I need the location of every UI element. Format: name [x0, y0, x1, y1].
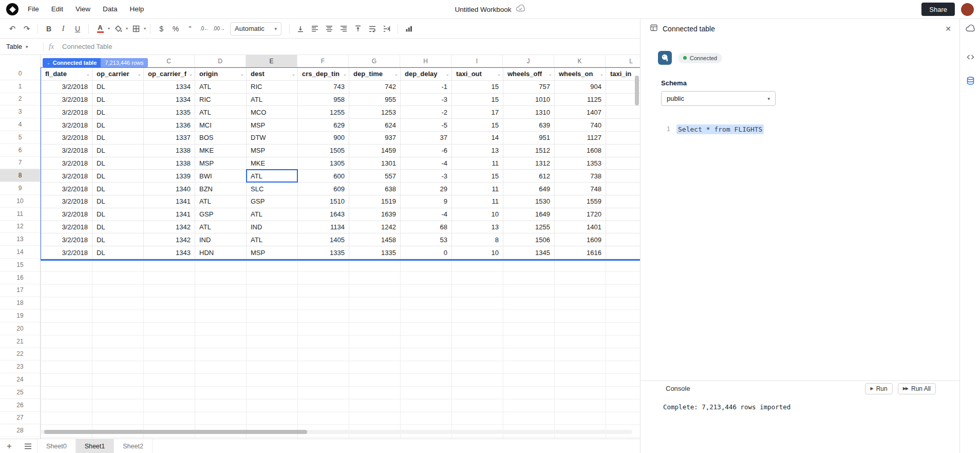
cell[interactable]: 10 — [452, 208, 503, 221]
cell[interactable]: MSP — [247, 119, 298, 132]
row-number-1[interactable]: 1 — [0, 80, 40, 93]
cell[interactable]: 1255 — [503, 221, 555, 234]
cell[interactable]: 900 — [298, 132, 349, 144]
borders-icon[interactable] — [129, 22, 143, 35]
cell[interactable]: 1342 — [144, 221, 195, 234]
cell[interactable]: 1345 — [503, 246, 555, 259]
cell[interactable]: 1336 — [144, 119, 195, 132]
column-dropdown-icon[interactable]: ⌄ — [599, 71, 604, 77]
cell[interactable]: -5 — [401, 119, 452, 132]
cell[interactable]: 1643 — [298, 208, 349, 221]
bold-button[interactable]: B — [42, 22, 55, 35]
cell[interactable]: RIC — [247, 81, 298, 94]
cell[interactable]: 3/2/2018 — [41, 170, 92, 183]
cell[interactable]: 15 — [452, 170, 503, 183]
decrease-decimals-button[interactable]: .0← — [198, 22, 211, 35]
cell[interactable]: 738 — [555, 170, 606, 183]
column-dropdown-icon[interactable]: ⌄ — [189, 71, 193, 77]
cell[interactable]: 638 — [349, 183, 401, 195]
cell[interactable]: 1335 — [144, 106, 195, 119]
cell[interactable]: 1616 — [555, 246, 606, 259]
cell[interactable]: 740 — [555, 119, 606, 132]
column-dropdown-icon[interactable]: ⌄ — [291, 71, 295, 77]
cell[interactable]: 649 — [503, 183, 555, 195]
cell[interactable]: 748 — [555, 183, 606, 195]
column-letter-E[interactable]: E — [246, 55, 297, 67]
cell[interactable]: 11 — [452, 195, 503, 208]
table-column-header-crs_dep_tin[interactable]: crs_dep_tin⌄ — [298, 68, 349, 81]
cell[interactable]: 557 — [349, 170, 401, 183]
row-number-23[interactable]: 23 — [0, 360, 40, 373]
cell[interactable]: 15 — [452, 81, 503, 94]
text-color-control[interactable]: A ▾ — [93, 22, 110, 35]
fill-color-icon[interactable] — [111, 22, 125, 35]
cell[interactable]: 1407 — [555, 106, 606, 119]
cell[interactable]: 1342 — [144, 233, 195, 246]
cell[interactable]: 1242 — [349, 221, 401, 234]
sheet-list-menu-icon[interactable] — [18, 439, 37, 453]
row-number-14[interactable]: 14 — [0, 246, 40, 259]
sheet-tab-Sheet2[interactable]: Sheet2 — [114, 439, 153, 453]
cell[interactable]: 68 — [401, 221, 452, 234]
increase-decimals-button[interactable]: .00→ — [212, 22, 225, 35]
cell[interactable]: 1512 — [503, 144, 555, 157]
cell[interactable]: MSP — [247, 144, 298, 157]
cell[interactable]: 1339 — [144, 170, 195, 183]
cell[interactable]: DL — [92, 170, 144, 183]
align-right-button[interactable] — [337, 22, 350, 35]
table-column-header-wheels_off[interactable]: wheels_off⌄ — [503, 68, 555, 81]
menu-data[interactable]: Data — [97, 0, 124, 19]
cell[interactable]: 10 — [452, 246, 503, 259]
cell[interactable]: 15 — [452, 119, 503, 132]
cell[interactable]: 15 — [452, 94, 503, 106]
chevron-down-icon[interactable]: ▾ — [144, 26, 146, 31]
cloud-icon[interactable] — [964, 22, 977, 35]
vertical-scrollbar[interactable] — [635, 68, 639, 428]
cell[interactable]: ATL — [247, 94, 298, 106]
column-dropdown-icon[interactable]: ⌄ — [394, 71, 398, 77]
cell[interactable]: 3/2/2018 — [41, 94, 92, 106]
cell[interactable]: RIC — [195, 94, 247, 106]
chevron-down-icon[interactable]: ▾ — [126, 26, 128, 31]
cell[interactable]: 1334 — [144, 94, 195, 106]
formula-input[interactable]: Connected Table — [62, 43, 112, 50]
cell[interactable]: 1338 — [144, 157, 195, 170]
cell[interactable]: 937 — [349, 132, 401, 144]
table-column-header-op_carrier[interactable]: op_carrier⌄ — [92, 68, 144, 81]
row-number-7[interactable]: 7 — [0, 157, 40, 170]
cell[interactable]: 1335 — [298, 246, 349, 259]
cell[interactable]: DL — [92, 157, 144, 170]
cell[interactable]: 11 — [452, 157, 503, 170]
table-badge-label[interactable]: ⌄ Connected table — [43, 58, 101, 67]
vertical-align-top-button[interactable] — [351, 22, 365, 35]
cell[interactable]: 1312 — [503, 157, 555, 170]
cell[interactable]: 1510 — [298, 195, 349, 208]
cell[interactable]: DL — [92, 144, 144, 157]
text-format-button[interactable]: ” — [183, 22, 197, 35]
row-number-5[interactable]: 5 — [0, 131, 40, 144]
column-dropdown-icon[interactable]: ⌄ — [497, 71, 501, 77]
cell[interactable]: 0 — [401, 246, 452, 259]
row-number-18[interactable]: 18 — [0, 297, 40, 310]
cell[interactable]: -1 — [401, 81, 452, 94]
cell[interactable]: 3/2/2018 — [41, 246, 92, 259]
table-column-header-dep_time[interactable]: dep_time⌄ — [349, 68, 401, 81]
cell[interactable]: 3/2/2018 — [41, 195, 92, 208]
cell[interactable]: IND — [195, 233, 247, 246]
user-avatar[interactable] — [961, 3, 974, 16]
table-column-header-dest[interactable]: dest⌄ — [247, 68, 298, 81]
cell[interactable]: ATL — [247, 233, 298, 246]
row-number-12[interactable]: 12 — [0, 221, 40, 233]
cell[interactable]: 1341 — [144, 208, 195, 221]
cell[interactable]: 13 — [452, 144, 503, 157]
row-number-11[interactable]: 11 — [0, 208, 40, 221]
horizontal-scrollbar[interactable] — [41, 430, 632, 434]
chevron-down-icon[interactable]: ▾ — [108, 26, 110, 31]
cell[interactable]: ATL — [195, 221, 247, 234]
row-number-16[interactable]: 16 — [0, 271, 40, 284]
row-number-0[interactable]: 0 — [0, 67, 40, 80]
cell[interactable]: 1338 — [144, 144, 195, 157]
cell[interactable]: 951 — [503, 132, 555, 144]
cell[interactable]: 743 — [298, 81, 349, 94]
text-wrap-button[interactable] — [366, 22, 379, 35]
